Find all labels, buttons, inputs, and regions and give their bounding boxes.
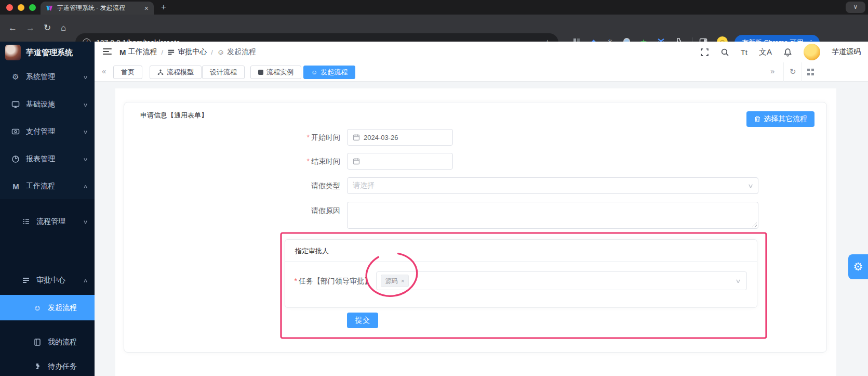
required-marker: *: [307, 133, 310, 141]
sidebar-item-label: 发起流程: [48, 303, 87, 313]
page-tab-label: 发起流程: [321, 68, 348, 77]
page-tab-label: 首页: [121, 68, 135, 77]
window-close-button[interactable]: [6, 4, 13, 11]
sidebar-item-my-process[interactable]: 我的流程: [0, 331, 95, 353]
leave-reason-textarea[interactable]: [347, 202, 758, 229]
square-icon: [258, 70, 263, 75]
tag-label: 源码: [385, 277, 398, 286]
menu-collapse-icon[interactable]: [103, 48, 112, 55]
user-name[interactable]: 芋道源码: [832, 47, 861, 57]
sidebar-item-workflow[interactable]: M 工作流程 ∧: [0, 175, 95, 197]
translate-icon[interactable]: 文A: [759, 47, 772, 57]
chevron-up-icon: ∧: [83, 184, 88, 189]
breadcrumb: M 工作流程 / 审批中心 / ☺ 发起流程: [119, 42, 256, 62]
list-icon: [22, 217, 30, 226]
window-minimize-button[interactable]: [18, 4, 24, 11]
workflow-m-icon: M: [119, 48, 126, 57]
breadcrumb-label: 发起流程: [227, 47, 256, 57]
sidebar-item-label: 报表管理: [26, 154, 77, 164]
leave-reason-label: 请假原因: [268, 206, 340, 216]
layout-grid-icon[interactable]: [807, 69, 814, 75]
sidebar-item-label: 审批中心: [36, 276, 77, 285]
font-size-icon[interactable]: Tt: [741, 48, 747, 57]
header-actions: Tt 文A 芋道源码: [700, 42, 861, 62]
sidebar-item-todo-task[interactable]: 待办任务: [0, 356, 95, 376]
page-tab-create-process[interactable]: ☺ 发起流程: [303, 66, 355, 79]
sidebar-item-approval-center[interactable]: 审批中心 ∧: [0, 269, 95, 291]
required-marker: *: [307, 157, 310, 165]
pie-chart-icon: [11, 155, 20, 163]
user-avatar[interactable]: [804, 44, 820, 60]
sidebar-item-label: 支付管理: [26, 127, 77, 136]
forward-icon[interactable]: →: [26, 22, 35, 34]
selected-user-tag: 源码 ×: [381, 275, 409, 287]
tabs-scroll-right-icon[interactable]: »: [770, 67, 774, 75]
choose-other-process-button[interactable]: 选择其它流程: [746, 111, 814, 127]
app-logo[interactable]: 芋道管理系统: [0, 42, 95, 63]
tabbar-separator: [801, 62, 802, 82]
trash-icon: [754, 115, 761, 123]
sidebar-item-process-mgmt[interactable]: 流程管理 ∨: [0, 211, 95, 232]
new-tab-button[interactable]: +: [161, 2, 166, 12]
home-icon[interactable]: ⌂: [61, 22, 66, 34]
puzzle-icon: [33, 362, 42, 371]
chevron-down-icon: ∨: [83, 74, 88, 80]
sidebar-item-report[interactable]: 报表管理 ∨: [0, 148, 95, 170]
breadcrumb-label: 审批中心: [178, 47, 207, 57]
start-time-input[interactable]: 2024-03-26: [347, 129, 453, 146]
sidebar-item-system[interactable]: ⚙ 系统管理 ∨: [0, 66, 95, 88]
tab-search-button[interactable]: ∨: [846, 2, 865, 13]
book-icon: [33, 338, 42, 346]
app-header: M 工作流程 / 审批中心 / ☺ 发起流程 Tt 文A 芋道源码: [95, 42, 868, 62]
breadcrumb-separator: /: [211, 48, 213, 56]
required-marker: *: [295, 277, 297, 285]
window-zoom-button[interactable]: [29, 4, 36, 11]
approver-divider: [285, 261, 757, 262]
breadcrumb-item-approval-center[interactable]: 审批中心: [167, 47, 207, 57]
page-tab-label: 流程模型: [167, 68, 194, 77]
macos-titlebar: 芋道管理系统 - 发起流程 × + ∨: [0, 0, 868, 15]
task-approver-select[interactable]: 源码 × ∨: [376, 271, 747, 290]
settings-gear-button[interactable]: ⚙: [848, 254, 868, 279]
chevron-up-icon: ∧: [83, 278, 88, 283]
smiley-icon: ☺: [311, 69, 317, 76]
bell-icon[interactable]: [783, 48, 792, 57]
breadcrumb-label: 工作流程: [128, 47, 157, 57]
tabs-scroll-left-icon[interactable]: «: [102, 67, 106, 75]
chevron-down-icon: ∨: [747, 183, 754, 189]
search-icon[interactable]: [720, 48, 729, 57]
submit-button[interactable]: 提交: [347, 313, 378, 328]
tabbar-separator: [783, 62, 784, 82]
chevron-down-icon: ∨: [83, 219, 88, 225]
page-tab-process-instance[interactable]: 流程实例: [250, 66, 301, 79]
end-time-input[interactable]: [347, 153, 453, 170]
tag-close-icon[interactable]: ×: [401, 278, 404, 284]
page-tab-home[interactable]: 首页: [113, 66, 142, 79]
select-placeholder: 请选择: [353, 181, 375, 190]
back-icon[interactable]: ←: [8, 22, 17, 34]
chevron-down-icon: ∨: [83, 157, 88, 162]
refresh-icon[interactable]: ↻: [790, 67, 796, 76]
browser-tab[interactable]: 芋道管理系统 - 发起流程 ×: [41, 2, 154, 15]
page-tab-process-model[interactable]: 流程模型: [150, 66, 202, 79]
sidebar-item-infra[interactable]: 基础设施 ∨: [0, 94, 95, 115]
stacked-bars-icon: [167, 48, 175, 56]
tab-close-icon[interactable]: ×: [144, 5, 149, 12]
sidebar-item-create-process[interactable]: ☺ 发起流程: [0, 295, 95, 320]
page-tab-design-process[interactable]: 设计流程: [202, 66, 245, 79]
sidebar-item-label: 工作流程: [26, 181, 77, 191]
breadcrumb-separator: /: [162, 48, 164, 56]
fullscreen-icon[interactable]: [700, 48, 709, 57]
reload-icon[interactable]: ↻: [44, 22, 51, 34]
wallet-icon: [11, 127, 20, 136]
calendar-icon: [353, 158, 360, 165]
branch-icon: [157, 69, 164, 75]
resize-grip-icon[interactable]: [752, 223, 757, 227]
sidebar-item-label: 基础设施: [26, 100, 77, 109]
breadcrumb-item-create-process: ☺ 发起流程: [217, 47, 256, 57]
leave-type-select[interactable]: 请选择 ∨: [347, 177, 758, 194]
browser-toolbar: ← → ↻ ⌂ i 127.0.0.1/bpm/task/create ☆ 7 …: [0, 15, 868, 42]
breadcrumb-item-workflow[interactable]: M 工作流程: [119, 47, 157, 57]
sidebar-item-payment[interactable]: 支付管理 ∨: [0, 121, 95, 142]
smiley-icon: ☺: [33, 304, 42, 312]
